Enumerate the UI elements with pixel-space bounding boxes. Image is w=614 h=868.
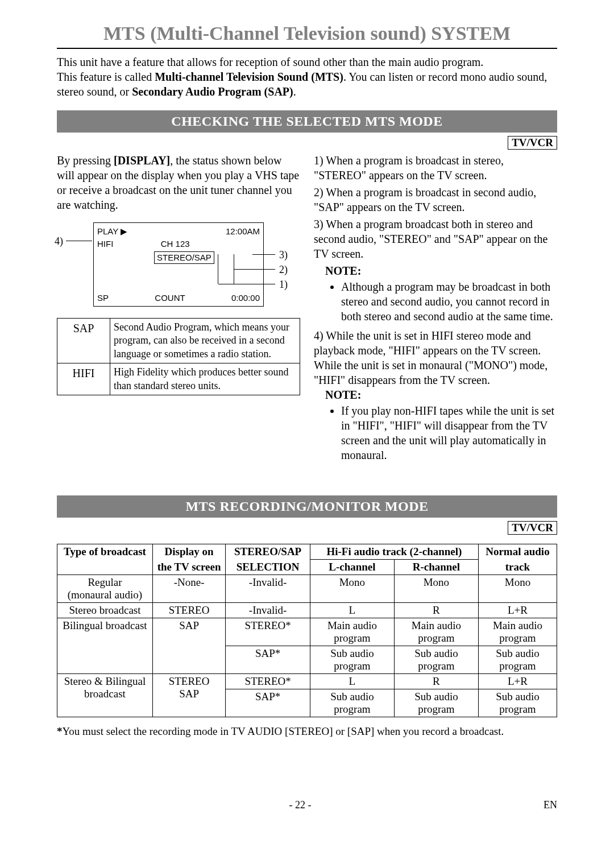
- cell-l: Main audioprogram: [310, 618, 394, 646]
- cell-l: Sub audioprogram: [310, 646, 394, 674]
- osd-count: COUNT: [155, 292, 185, 304]
- page-lang: EN: [544, 799, 557, 811]
- cell-n: L+R: [478, 603, 557, 618]
- osd-sp: SP: [97, 292, 109, 304]
- tvvcr-badge: TV/VCR: [508, 136, 557, 150]
- callout-line-1: [218, 284, 275, 284]
- hdr-norm1: Normal audio: [486, 545, 549, 557]
- note2-bullets: If you play non-HIFI tapes while the uni…: [341, 403, 557, 462]
- intro-line1: This unit have a feature that allows for…: [57, 56, 483, 68]
- section1-left-col: By pressing [DISPLAY], the status shown …: [57, 153, 300, 467]
- cell-l: L: [310, 603, 394, 618]
- callout-3: 3): [279, 249, 288, 262]
- callout-vline-2: [218, 254, 218, 284]
- cell-type: Bilingual broadcast: [57, 618, 153, 674]
- callout-line-4: [66, 241, 92, 241]
- cell-r: Sub audioprogram: [394, 689, 478, 717]
- hdr-display1: Display on: [165, 545, 214, 557]
- note2-bullet: If you play non-HIFI tapes while the uni…: [341, 403, 557, 462]
- table-row: Stereo broadcast STEREO -Invalid- L R L+…: [57, 603, 557, 618]
- table-row: Stereo & Bilingualbroadcast STEREOSAP ST…: [57, 674, 557, 689]
- cell-l: Sub audioprogram: [310, 689, 394, 717]
- cell-ss: SAP*: [226, 689, 310, 717]
- callout-2: 2): [279, 263, 288, 276]
- ref-hifi-term: HIFI: [57, 363, 110, 395]
- hdr-l: L-channel: [329, 561, 375, 573]
- intro-sap-bold: Secondary Audio Program (SAP): [132, 85, 293, 98]
- note2-label: NOTE:: [325, 388, 361, 401]
- osd-time: 12:00AM: [226, 226, 260, 237]
- section1-heading: CHECKING THE SELECTED MTS MODE: [57, 110, 557, 133]
- section1-columns: By pressing [DISPLAY], the status shown …: [57, 153, 557, 467]
- note1-bullet: Although a program may be broadcast in b…: [341, 279, 557, 324]
- cell-disp: STEREOSAP: [152, 674, 225, 717]
- right-numbered-list: 1) When a program is broadcast in stereo…: [314, 153, 557, 261]
- cell-ss: STEREO*: [226, 674, 310, 689]
- section1-right-col: 1) When a program is broadcast in stereo…: [314, 153, 557, 467]
- table-row: Regular(monaural audio) -None- -Invalid-…: [57, 575, 557, 603]
- cell-n: L+R: [478, 674, 557, 689]
- hdr-r: R-channel: [413, 561, 460, 573]
- cell-type: Regular(monaural audio): [57, 575, 153, 603]
- cell-ss: -Invalid-: [226, 575, 310, 603]
- ref-row-sap: SAP Second Audio Program, which means yo…: [57, 319, 300, 363]
- hdr-ss2: SELECTION: [237, 561, 300, 573]
- cell-l: Mono: [310, 575, 394, 603]
- hdr-norm2: track: [505, 561, 530, 573]
- cell-l: L: [310, 674, 394, 689]
- cell-n: Mono: [478, 575, 557, 603]
- callout-line-3: [252, 254, 275, 255]
- ref-hifi-desc: High Fidelity which produces better soun…: [110, 363, 300, 395]
- tvvcr-badge-2: TV/VCR: [508, 521, 557, 535]
- cell-r: R: [394, 674, 478, 689]
- section2-heading: MTS RECORDING/MONITOR MODE: [57, 495, 557, 518]
- cell-r: Mono: [394, 575, 478, 603]
- page-footer: - 22 - EN: [57, 799, 557, 811]
- left-intro-b: [DISPLAY]: [114, 154, 170, 167]
- page-number: - 22 -: [289, 799, 312, 811]
- intro-paragraph: This unit have a feature that allows for…: [57, 55, 557, 99]
- left-intro-a: By pressing: [57, 154, 114, 167]
- callout-line-2: [234, 269, 275, 270]
- footnote: *You must select the recording mode in T…: [57, 725, 557, 738]
- footnote-star: *: [57, 725, 63, 737]
- mts-table: Type of broadcast Display on STEREO/SAP …: [57, 544, 557, 717]
- badge-row-1: TV/VCR: [57, 136, 557, 153]
- note1-label: NOTE:: [325, 264, 361, 277]
- badge-row-2: TV/VCR: [57, 521, 557, 538]
- callout-vline-1: [234, 254, 234, 284]
- cell-n: Sub audioprogram: [478, 689, 557, 717]
- hdr-display2: the TV screen: [157, 561, 221, 573]
- cell-ss: SAP*: [226, 646, 310, 674]
- osd-ch: CH 123: [161, 238, 190, 250]
- osd-hifi: HIFI: [97, 238, 113, 250]
- intro-mts-bold: Multi-channel Television Sound (MTS): [155, 71, 343, 83]
- cell-disp: STEREO: [152, 603, 225, 618]
- osd-play: PLAY ▶: [97, 226, 127, 237]
- reference-table: SAP Second Audio Program, which means yo…: [57, 318, 300, 395]
- hdr-hifi: Hi-Fi audio track (2-channel): [326, 545, 462, 557]
- cell-ss: -Invalid-: [226, 603, 310, 618]
- osd-stereo-sap-box: STEREO/SAP: [154, 251, 214, 264]
- right-item-3: 3) When a program broadcast both in ster…: [314, 217, 557, 261]
- intro-line2a: This feature is called: [57, 71, 155, 83]
- hdr-type: Type of broadcast: [64, 545, 146, 557]
- osd-diagram: PLAY ▶ 12:00AM HIFI CH 123 STEREO/SAP SP: [93, 222, 264, 307]
- right-item-2: 2) When a program is broadcast in second…: [314, 185, 557, 214]
- hdr-ss1: STEREO/SAP: [234, 545, 301, 557]
- ref-sap-term: SAP: [57, 319, 110, 363]
- ref-row-hifi: HIFI High Fidelity which produces better…: [57, 363, 300, 395]
- page-title: MTS (Multi-Channel Television sound) SYS…: [57, 23, 557, 49]
- cell-disp: -None-: [152, 575, 225, 603]
- cell-n: Main audioprogram: [478, 618, 557, 646]
- right-item-4: 4) While the unit is set in HIFI stereo …: [314, 328, 557, 387]
- callout-4: 4): [55, 235, 63, 248]
- manual-page: MTS (Multi-Channel Television sound) SYS…: [23, 0, 591, 822]
- cell-ss: STEREO*: [226, 618, 310, 646]
- cell-type: Stereo broadcast: [57, 603, 153, 618]
- cell-n: Sub audioprogram: [478, 646, 557, 674]
- mts-header-row1: Type of broadcast Display on STEREO/SAP …: [57, 544, 557, 560]
- right-item-1: 1) When a program is broadcast in stereo…: [314, 153, 557, 183]
- footnote-text: You must select the recording mode in TV…: [63, 725, 504, 737]
- cell-r: R: [394, 603, 478, 618]
